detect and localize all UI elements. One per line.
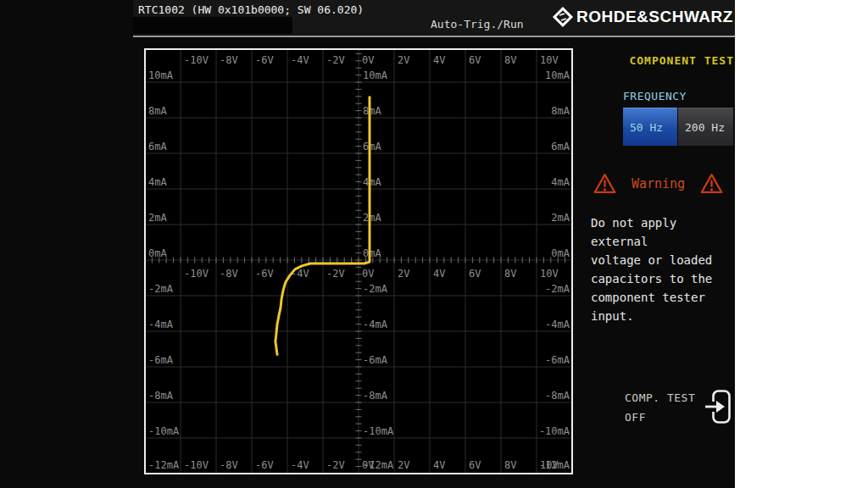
svg-text:-12mA: -12mA: [363, 459, 394, 471]
svg-text:8mA: 8mA: [551, 105, 570, 117]
svg-text:-6V: -6V: [255, 268, 274, 280]
comp-test-off-button[interactable]: COMP. TEST OFF: [625, 388, 734, 427]
brand-name: ROHDE&SCHWARZ: [576, 8, 733, 26]
svg-text:-2V: -2V: [326, 268, 345, 280]
svg-text:6mA: 6mA: [148, 141, 167, 152]
svg-text:-4V: -4V: [291, 459, 309, 471]
svg-text:-8mA: -8mA: [148, 390, 174, 402]
page-title: COMPONENT TEST: [585, 54, 734, 67]
warning-title: Warning: [632, 176, 685, 191]
svg-text:-4V: -4V: [291, 54, 309, 66]
exit-icon: [704, 388, 733, 425]
svg-text:8V: 8V: [504, 459, 516, 471]
svg-text:2mA: 2mA: [148, 212, 167, 224]
comp-test-off-line1: COMP. TEST: [625, 388, 695, 408]
svg-text:-2V: -2V: [326, 459, 345, 471]
svg-text:6V: 6V: [469, 459, 481, 471]
titlebar-black-box: [133, 17, 292, 34]
svg-text:-2mA: -2mA: [363, 283, 388, 295]
svg-text:-6mA: -6mA: [148, 354, 174, 366]
svg-text:6mA: 6mA: [363, 141, 381, 152]
svg-text:10mA: 10mA: [363, 69, 388, 81]
svg-text:2V: 2V: [398, 268, 409, 280]
svg-text:6V: 6V: [469, 268, 481, 280]
svg-text:-6mA: -6mA: [545, 354, 570, 366]
svg-text:-10V: -10V: [184, 459, 209, 471]
trigger-status: Auto-Trig./Run: [431, 18, 524, 30]
svg-text:6mA: 6mA: [551, 141, 570, 152]
svg-text:10mA: 10mA: [545, 69, 570, 81]
svg-text:-4mA: -4mA: [363, 319, 388, 330]
svg-text:8mA: 8mA: [148, 105, 167, 117]
frequency-200hz-button[interactable]: 200 Hz: [678, 108, 733, 146]
svg-text:-6V: -6V: [255, 459, 274, 471]
svg-text:4mA: 4mA: [363, 176, 381, 188]
warning-header: Warning: [593, 171, 724, 197]
svg-text:4V: 4V: [433, 459, 445, 471]
titlebar-divider: [133, 36, 735, 37]
svg-text:-8V: -8V: [220, 268, 238, 280]
svg-text:10V: 10V: [540, 268, 559, 280]
svg-text:-4mA: -4mA: [148, 319, 174, 330]
svg-text:4mA: 4mA: [148, 176, 167, 188]
svg-text:-6mA: -6mA: [363, 354, 388, 366]
svg-text:-10mA: -10mA: [539, 425, 570, 437]
svg-text:4V: 4V: [433, 268, 445, 280]
svg-text:8mA: 8mA: [363, 105, 381, 117]
svg-text:2mA: 2mA: [363, 212, 381, 224]
oscilloscope-screen: RTC1002 (HW 0x101b0000; SW 06.020) Auto-…: [0, 0, 735, 488]
svg-text:0mA: 0mA: [363, 247, 381, 259]
svg-text:-10mA: -10mA: [363, 425, 394, 437]
svg-text:-6V: -6V: [255, 54, 274, 66]
frequency-50hz-button[interactable]: 50 Hz: [623, 108, 677, 146]
iv-curve-canvas: -10V-8V-6V-4V-2V0V2V4V6V8V10V-10V-8V-6V-…: [146, 50, 571, 473]
svg-text:10mA: 10mA: [148, 69, 174, 81]
comp-test-off-line2: OFF: [625, 408, 695, 427]
frequency-button-group: 50 Hz 200 Hz: [623, 108, 733, 146]
frequency-section-label: FREQUENCY: [623, 90, 687, 103]
svg-text:-2V: -2V: [326, 54, 345, 66]
svg-text:-8V: -8V: [220, 54, 238, 66]
brand-logo: ROHDE&SCHWARZ: [552, 6, 733, 28]
svg-text:-2mA: -2mA: [545, 283, 570, 295]
svg-text:2mA: 2mA: [551, 212, 570, 224]
svg-text:-4mA: -4mA: [545, 319, 570, 330]
svg-text:-8mA: -8mA: [545, 390, 570, 402]
svg-text:2V: 2V: [398, 54, 409, 66]
svg-text:-2mA: -2mA: [148, 283, 174, 295]
warning-message: Do not apply externalvoltage or loadedca…: [591, 214, 737, 325]
svg-text:2V: 2V: [398, 459, 409, 471]
svg-text:6V: 6V: [469, 54, 481, 66]
svg-text:-10mA: -10mA: [148, 425, 180, 437]
warning-triangle-icon: [699, 172, 724, 196]
svg-text:8V: 8V: [504, 54, 516, 66]
svg-text:0V: 0V: [362, 268, 374, 280]
title-bar: RTC1002 (HW 0x101b0000; SW 06.020) Auto-…: [133, 0, 735, 36]
svg-text:0mA: 0mA: [148, 247, 167, 259]
svg-text:-10V: -10V: [184, 54, 209, 66]
svg-text:-12mA: -12mA: [148, 459, 180, 471]
svg-text:4mA: 4mA: [551, 176, 570, 188]
svg-text:0mA: 0mA: [551, 247, 570, 259]
svg-text:4V: 4V: [433, 54, 445, 66]
device-title: RTC1002 (HW 0x101b0000; SW 06.020): [138, 3, 364, 16]
warning-triangle-icon: [593, 172, 617, 196]
svg-text:-12mA: -12mA: [539, 459, 570, 471]
svg-text:10V: 10V: [540, 54, 559, 66]
iv-curve-plot: -10V-8V-6V-4V-2V0V2V4V6V8V10V-10V-8V-6V-…: [144, 48, 573, 474]
svg-text:-10V: -10V: [184, 268, 209, 280]
comp-test-off-label: COMP. TEST OFF: [625, 388, 695, 427]
svg-text:-8mA: -8mA: [363, 390, 388, 402]
svg-text:-8V: -8V: [220, 459, 238, 471]
svg-text:8V: 8V: [504, 268, 516, 280]
rohde-schwarz-diamond-icon: [552, 6, 574, 28]
svg-text:0V: 0V: [362, 54, 374, 66]
